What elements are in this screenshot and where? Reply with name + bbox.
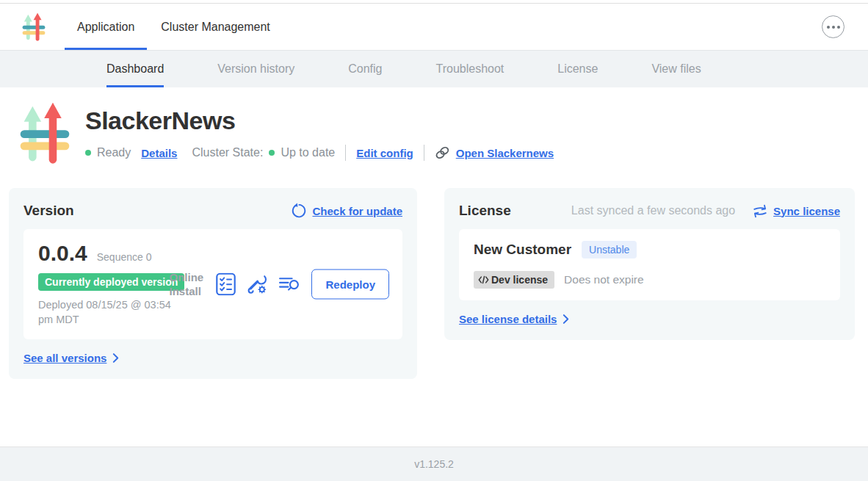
subnav-config[interactable]: Config — [348, 51, 382, 87]
app-ready-label: Ready — [97, 146, 131, 159]
edit-config-link[interactable]: Edit config — [356, 147, 413, 159]
channel-badge: Unstable — [582, 241, 637, 258]
dashboard-cards: Version Check for update 0.0.4 Sequence … — [9, 188, 859, 379]
preflight-checks-icon[interactable] — [216, 272, 236, 295]
see-all-versions-link[interactable]: See all versions — [23, 352, 402, 364]
app-subnav: Dashboard Version history Config Trouble… — [0, 50, 868, 87]
license-card: License Last synced a few seconds ago — [444, 188, 855, 340]
top-level-tabs: Application Cluster Management — [65, 4, 283, 50]
subnav-version-history[interactable]: Version history — [217, 51, 294, 87]
console-version: v1.125.2 — [414, 458, 454, 470]
version-actions: Online Install — [169, 269, 389, 299]
tab-cluster-management-label: Cluster Management — [161, 21, 270, 34]
code-icon — [478, 275, 489, 284]
check-for-update-link[interactable]: Check for update — [290, 203, 402, 219]
app-footer: v1.125.2 — [0, 446, 868, 481]
customer-name: New Customer — [474, 242, 571, 258]
page-title: SlackerNews — [85, 106, 554, 135]
tab-cluster-management[interactable]: Cluster Management — [148, 4, 283, 50]
sync-icon — [753, 204, 767, 218]
tab-application-label: Application — [77, 21, 134, 34]
check-for-update-label: Check for update — [312, 205, 402, 217]
tab-application[interactable]: Application — [65, 4, 147, 50]
license-card-title: License — [459, 203, 511, 219]
subnav-view-files[interactable]: View files — [651, 51, 701, 87]
refresh-icon — [290, 203, 306, 219]
slackernews-logo-icon — [21, 10, 47, 44]
chain-link-icon — [435, 145, 450, 160]
redeploy-button[interactable]: Redeploy — [311, 269, 389, 299]
see-license-details-label: See license details — [459, 313, 557, 325]
deployed-timestamp: Deployed 08/15/25 @ 03:54 pm MDT — [38, 297, 185, 328]
license-type-label: Dev license — [491, 274, 548, 286]
subnav-troubleshoot[interactable]: Troubleshoot — [435, 51, 504, 87]
app-title-block: SlackerNews Ready Details Cluster State:… — [0, 87, 868, 168]
version-number: 0.0.4 — [38, 241, 87, 266]
current-version-panel: 0.0.4 Sequence 0 Currently deployed vers… — [23, 229, 402, 339]
app-header-bar: Application Cluster Management — [0, 4, 868, 50]
details-link[interactable]: Details — [141, 147, 177, 159]
subnav-dashboard[interactable]: Dashboard — [106, 51, 164, 87]
divider — [345, 145, 346, 161]
sync-license-label: Sync license — [773, 205, 840, 217]
cluster-state-value: Up to date — [281, 146, 335, 159]
subnav-license[interactable]: License — [557, 51, 598, 87]
see-all-versions-label: See all versions — [23, 352, 106, 364]
open-app-link-label: Open Slackernews — [456, 147, 554, 159]
divider — [424, 145, 424, 161]
sequence-label: Sequence 0 — [97, 251, 152, 263]
ellipsis-icon — [827, 26, 830, 29]
deployed-version-badge: Currently deployed version — [38, 273, 184, 291]
slackernews-app-icon — [16, 99, 73, 168]
app-ready-dot-icon — [85, 150, 91, 156]
more-menu-button[interactable] — [822, 15, 845, 38]
open-app-link[interactable]: Open Slackernews — [435, 145, 554, 160]
main-content: SlackerNews Ready Details Cluster State:… — [0, 87, 868, 446]
last-synced-label: Last synced a few seconds ago — [571, 204, 735, 217]
license-expiry: Does not expire — [564, 273, 644, 286]
see-license-details-link[interactable]: See license details — [459, 313, 840, 325]
license-type-badge: Dev license — [474, 271, 554, 289]
chevron-right-icon — [112, 352, 119, 364]
install-type-label: Online Install — [169, 270, 206, 298]
edit-config-icon[interactable] — [246, 272, 268, 295]
cluster-state-dot-icon — [269, 150, 275, 156]
license-detail-panel: New Customer Unstable Dev license — [459, 229, 840, 300]
version-card-title: Version — [23, 203, 74, 219]
sync-license-link[interactable]: Sync license — [753, 204, 840, 218]
view-logs-icon[interactable] — [278, 275, 301, 293]
version-card: Version Check for update 0.0.4 Sequence … — [9, 188, 417, 379]
app-status-row: Ready Details Cluster State: Up to date … — [85, 145, 554, 161]
cluster-state-label: Cluster State: — [192, 146, 263, 159]
chevron-right-icon — [563, 314, 569, 325]
